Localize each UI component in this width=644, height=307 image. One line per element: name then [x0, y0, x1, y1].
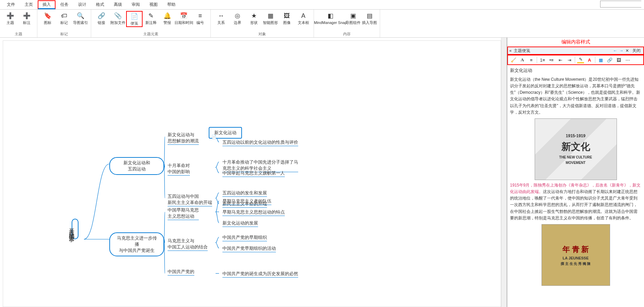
- ribbon-btn-主题[interactable]: ➕主题: [2, 11, 19, 26]
- menu-insert[interactable]: 插入: [38, 0, 56, 9]
- bullet-list-icon[interactable]: •≡: [548, 56, 555, 63]
- nav-back-icon[interactable]: ←: [613, 48, 617, 53]
- ribbon-btn-MindManager Snap[interactable]: ◧MindManager Snap: [316, 11, 345, 26]
- ribbon-btn-关系[interactable]: ↔关系: [213, 11, 229, 26]
- subtopic-1-2[interactable]: 中国共产党的: [168, 269, 194, 275]
- ribbon-btn-label: 导图组件: [345, 21, 361, 25]
- ribbon-btn-标注[interactable]: ➕标注: [19, 11, 35, 26]
- table-icon[interactable]: ▦: [597, 56, 604, 63]
- ribbon-btn-label: 编号: [196, 21, 204, 25]
- ribbon-btn-插入导图[interactable]: ▤插入导图: [361, 11, 378, 26]
- leaf-0-0-1[interactable]: 五四运动以前的文化运动的性质与评价: [222, 139, 298, 145]
- leaf-0-1-1[interactable]: 中国举起马克思主义旗帜第一人: [222, 170, 285, 176]
- subtopic-1-1[interactable]: 马克思主义与中国工人运动的结合: [168, 238, 208, 250]
- leaf-1-0-0[interactable]: 早期马克思主义者的队伍: [222, 198, 271, 204]
- leaf-0-2-0[interactable]: 五四运动的发生和发展: [222, 190, 267, 196]
- panel-pin-icon[interactable]: ✕: [625, 48, 629, 53]
- ribbon-group-label: 内容: [314, 31, 380, 37]
- nav-fwd-icon[interactable]: →: [619, 48, 623, 53]
- img2-l1: 年 青 新: [562, 243, 589, 255]
- subtopic-1-0[interactable]: 中国早期马克思主义思想运动: [168, 207, 199, 219]
- ribbon-btn-编号[interactable]: ≡编号: [192, 11, 208, 26]
- ribbon-btn-形状[interactable]: ★形状: [246, 11, 262, 26]
- ribbon-btn-附加文件[interactable]: 📎附加文件: [110, 11, 126, 26]
- ribbon-btn-新注释[interactable]: ✎新注释: [143, 11, 159, 26]
- ribbon-btn-label: 图标: [44, 21, 51, 25]
- ribbon-btn-导图组件[interactable]: ▣导图组件: [345, 11, 361, 26]
- leaf-1-1-0[interactable]: 中国共产党的早期组织: [222, 234, 267, 241]
- leaf-1-1-1[interactable]: 中国共产党早期组织的活动: [222, 245, 276, 252]
- menu-advanced[interactable]: 高级: [109, 0, 127, 9]
- image-icon[interactable]: 🖼: [615, 56, 622, 63]
- mindmap-canvas[interactable]: 开天辟地的大事新文化运动和五四运动新文化运动与思想解放的潮流新文化运动📄五四运动…: [3, 40, 501, 307]
- 新注释-icon: ✎: [147, 12, 155, 20]
- ribbon-btn-智能图形[interactable]: ▦智能图形: [262, 11, 279, 26]
- subtopic-0-0[interactable]: 新文化运动与思想解放的潮流: [168, 132, 199, 144]
- font-icon[interactable]: A: [519, 56, 526, 63]
- ribbon-btn-label: 文本框: [298, 21, 309, 25]
- ribbon-btn-label: 导图索引: [73, 21, 88, 25]
- leaf-1-0-1[interactable]: 早期马克思主义思想运动的特点: [222, 209, 285, 215]
- leaf-1-2-0[interactable]: 中国共产党的诞生成为历史发展的必然: [222, 271, 298, 277]
- panel-close[interactable]: 关闭: [631, 48, 642, 54]
- ribbon-btn-边界[interactable]: ◎边界: [229, 11, 246, 26]
- workspace: 开天辟地的大事新文化运动和五四运动新文化运动与思想解放的潮流新文化运动📄五四运动…: [0, 38, 644, 307]
- collapse-icon[interactable]: «: [509, 48, 512, 53]
- note-indicator-icon[interactable]: 📄: [211, 135, 217, 139]
- 附加文件-icon: 📎: [114, 12, 122, 20]
- link-icon[interactable]: 🔗: [606, 56, 613, 63]
- indent-icon[interactable]: ⇥: [566, 56, 573, 63]
- ribbon-btn-警报[interactable]: 🔔警报: [159, 11, 175, 26]
- img1-en1: THE NEW CULTURE: [559, 155, 592, 160]
- ribbon-btn-导图索引[interactable]: 🔍导图索引: [72, 11, 89, 26]
- clear-format-icon[interactable]: 🧹: [510, 56, 517, 63]
- subtopic-0-1[interactable]: 十月革命对中国的影响: [168, 163, 190, 175]
- menu-file[interactable]: 文件: [2, 0, 20, 9]
- 便笺-icon: 📄: [130, 12, 138, 21]
- leaf-0-1-0[interactable]: 十月革命推动了中国先进分子选择了马克思主义的科学社会主义: [222, 159, 298, 171]
- subtopic-0-2[interactable]: 五四运动与中国新民主主义革命的开端: [168, 193, 212, 206]
- numbered-list-icon[interactable]: 1≡: [539, 56, 546, 63]
- outdent-icon[interactable]: ⇤: [557, 56, 564, 63]
- 日期和时间-icon: 📅: [180, 12, 188, 20]
- ribbon-btn-链接[interactable]: 🔗链接: [93, 11, 110, 26]
- ribbon-btn-文本框[interactable]: A文本框: [295, 11, 312, 26]
- leaf-1-0-2[interactable]: 新文化运动的发展: [222, 220, 258, 226]
- note-para-2: 1915年9月，陈独秀在上海创办《青年杂志》，后改名《新青年》，新文化运动由此发…: [510, 182, 641, 221]
- root-topic[interactable]: 开天辟地的大事: [72, 219, 78, 239]
- search-input[interactable]: [600, 1, 644, 7]
- search-box[interactable]: ▾: [600, 1, 641, 8]
- panel-annotation: 编辑内容样式: [507, 38, 644, 47]
- notes-panel: 编辑内容样式 « 主题便笺 ← → ✕ 关闭 🧹 A ≡ 1≡ •≡ ⇤ ⇥ ✎…: [507, 38, 644, 307]
- ribbon-btn-便笺[interactable]: 📄便笺: [126, 11, 143, 27]
- panel-body[interactable]: 新文化运动 新文化运动（the New Culture Movement）是20…: [507, 65, 644, 307]
- 导图组件-icon: ▣: [349, 12, 357, 20]
- 边界-icon: ◎: [233, 12, 242, 20]
- img1-en2: MOVEMENT: [566, 160, 586, 166]
- hub-0[interactable]: 新文化运动和五四运动: [109, 157, 164, 175]
- menu-home[interactable]: 主页: [20, 0, 38, 9]
- align-icon[interactable]: ≡: [528, 56, 535, 63]
- menu-design[interactable]: 设计: [73, 0, 91, 9]
- ribbon-btn-图标[interactable]: 🔖图标: [39, 11, 56, 26]
- panel-title: 主题便笺: [514, 48, 530, 54]
- 图像-icon: 🖼: [283, 12, 291, 20]
- menu-help[interactable]: 帮助: [162, 0, 180, 9]
- vertical-scrollbar[interactable]: [501, 38, 507, 307]
- ribbon-btn-日期和时间[interactable]: 📅日期和时间: [175, 11, 192, 26]
- ribbon-btn-图像[interactable]: 🖼图像: [279, 11, 295, 26]
- font-color-icon[interactable]: A: [586, 56, 593, 63]
- img2-l2: LA JEUNESSE: [562, 255, 588, 261]
- ribbon-group-label: 主题元素: [91, 31, 210, 37]
- menu-task[interactable]: 任务: [56, 0, 73, 9]
- menu-format[interactable]: 格式: [91, 0, 109, 9]
- hub-1[interactable]: 马克思主义进一步传播与中国共产党诞生: [109, 232, 164, 256]
- menu-view[interactable]: 视图: [145, 0, 162, 9]
- highlight-icon[interactable]: ✎: [577, 56, 584, 63]
- ribbon-btn-label: 便笺: [131, 21, 138, 26]
- ribbon-btn-标记[interactable]: 🏷标记: [56, 11, 72, 26]
- note-image-1: 1915-1919 新文化 THE NEW CULTURE MOVEMENT: [535, 118, 617, 180]
- menu-review[interactable]: 审阅: [127, 0, 145, 9]
- ribbon-btn-label: 插入导图: [362, 21, 377, 25]
- more-icon[interactable]: ⋯: [624, 56, 631, 63]
